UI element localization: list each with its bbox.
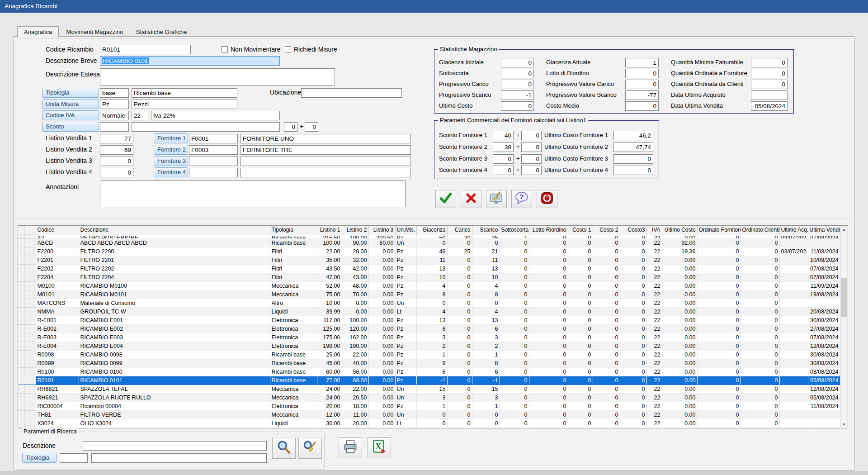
grid-cell[interactable]: 40.00	[342, 359, 368, 368]
row-header[interactable]	[18, 359, 24, 368]
fornitore1-button[interactable]: Fornitore 1	[154, 133, 188, 143]
sconto-pct1-input[interactable]: 0	[284, 122, 297, 132]
grid-cell[interactable]: RICAMBIO E003	[79, 333, 270, 342]
grid-cell[interactable]: 0.00	[662, 325, 697, 333]
grid-cell[interactable]: Liquidi	[270, 308, 317, 316]
grid-cell[interactable]: 0	[529, 351, 568, 359]
grid-cell[interactable]: 0	[620, 247, 646, 256]
ricerca-tipologia-desc-input[interactable]	[91, 453, 267, 463]
grid-cell[interactable]: 07/08/2024	[808, 265, 840, 273]
grid-cell[interactable]: 22	[646, 419, 662, 428]
row-header[interactable]	[24, 419, 36, 428]
grid-cell[interactable]: 0	[447, 351, 472, 359]
grid-cell[interactable]: 0	[500, 376, 529, 385]
grid-cell[interactable]: 0	[593, 239, 620, 247]
grid-cell[interactable]: 21	[472, 247, 500, 256]
grid-cell[interactable]: 0	[620, 308, 646, 316]
grid-cell[interactable]: 0.00	[368, 376, 395, 385]
row-header[interactable]	[18, 299, 24, 308]
grid-cell[interactable]: 19/08/2024	[808, 290, 840, 299]
grid-cell[interactable]: 100.00	[342, 234, 368, 239]
grid-cell[interactable]: 6	[416, 325, 447, 333]
grid-cell[interactable]: 0	[620, 256, 646, 265]
table-row[interactable]: R0101RICAMBIO 0101Ricambi base77.0069.00…	[18, 376, 840, 385]
grid-cell[interactable]: 45.00	[317, 359, 342, 368]
grid-cell[interactable]: 43.50	[317, 265, 342, 273]
listino4-input[interactable]: 0	[100, 168, 133, 177]
grid-cell[interactable]: Elettronica	[270, 316, 317, 325]
grid-cell[interactable]: Ricambi base	[270, 351, 317, 359]
row-header[interactable]	[18, 376, 24, 385]
qta-ordinata-clienti-input[interactable]: 0	[751, 80, 788, 89]
sconto-code-input[interactable]	[100, 122, 129, 132]
grid-cell[interactable]	[808, 419, 840, 428]
grid-cell[interactable]: 0.00	[368, 368, 395, 376]
grid-cell[interactable]: RICAMBIO M0101	[79, 290, 270, 299]
grid-cell[interactable]: 0	[741, 411, 779, 419]
codice-iva-button[interactable]: Codice IVA	[42, 110, 99, 120]
grid-cell[interactable]: 0	[741, 273, 779, 282]
row-header[interactable]	[24, 376, 36, 385]
grid-cell[interactable]: 13	[416, 265, 447, 273]
grid-cell[interactable]: 60.00	[317, 368, 342, 376]
grid-cell[interactable]: 0.00	[368, 359, 395, 368]
grid-cell[interactable]: RH6821	[36, 385, 79, 394]
grid-cell[interactable]: Filtri	[270, 256, 317, 265]
grid-cell[interactable]: 43.00	[342, 273, 368, 282]
tipologia-code-input[interactable]: base	[100, 88, 129, 98]
grid-cell[interactable]: 0.00	[662, 316, 697, 325]
richiedi-misure-checkbox[interactable]	[285, 46, 291, 52]
row-header[interactable]	[24, 247, 36, 256]
grid-cell[interactable]	[779, 394, 808, 402]
grid-cell[interactable]: 22	[646, 239, 662, 247]
grid-cell[interactable]: 39.99	[317, 308, 342, 316]
exit-button[interactable]	[537, 190, 557, 208]
progressivo-scarico-input[interactable]: -1	[501, 90, 534, 100]
grid-cell[interactable]: Elettronica	[270, 325, 317, 333]
grid-cell[interactable]: 0.00	[662, 385, 697, 394]
data-ultima-vendita-input[interactable]: 05/08/2024	[751, 101, 788, 111]
grid-cell[interactable]: 100.00	[342, 316, 368, 325]
grid-cell[interactable]: 0.00	[368, 411, 395, 419]
row-header[interactable]	[24, 325, 36, 333]
grid-cell[interactable]: 22	[646, 394, 662, 402]
grid-cell[interactable]: 0	[447, 308, 472, 316]
ricerca-tipologia-code-input[interactable]	[60, 453, 88, 463]
grid-cell[interactable]: 0.00	[368, 419, 395, 428]
grid-cell[interactable]: 35.00	[317, 256, 342, 265]
sconto-fornitore3-input[interactable]: 0	[493, 154, 514, 164]
grid-cell[interactable]: 4	[472, 308, 500, 316]
grid-cell[interactable]: 0	[500, 368, 529, 376]
grid-cell[interactable]: 15	[416, 385, 447, 394]
grid-cell[interactable]	[808, 411, 840, 419]
grid-cell[interactable]: RICAMBIO 0098	[79, 351, 270, 359]
grid-cell[interactable]: 0	[447, 402, 472, 411]
grid-cell[interactable]: 0	[500, 333, 529, 342]
grid-cell[interactable]: 0	[697, 273, 741, 282]
grid-cell[interactable]: 0	[697, 419, 741, 428]
fornitore4-code-input[interactable]	[189, 168, 238, 177]
grid-cell[interactable]: 0	[500, 402, 529, 411]
grid-cell[interactable]: Liquidi	[270, 419, 317, 428]
grid-cell[interactable]: 0	[568, 376, 593, 385]
grid-cell[interactable]	[779, 265, 808, 273]
grid-cell[interactable]: 0	[447, 411, 472, 419]
grid-cell[interactable]: 0	[416, 299, 447, 308]
grid-cell[interactable]: 47.00	[317, 273, 342, 282]
grid-cell[interactable]: 0	[593, 368, 620, 376]
unita-code-input[interactable]: Pz	[100, 100, 129, 109]
grid-cell[interactable]: 0	[500, 411, 529, 419]
grid-cell[interactable]: 0	[529, 359, 568, 368]
column-header[interactable]: Ultimo Acq.	[779, 226, 808, 234]
grid-cell[interactable]: Pz	[395, 359, 416, 368]
grid-cell[interactable]: 0	[529, 385, 568, 394]
grid-cell[interactable]: 0	[593, 316, 620, 325]
data-ultimo-acquisto-input[interactable]	[751, 90, 788, 100]
grid-cell[interactable]: 11	[472, 256, 500, 265]
table-row[interactable]: F2200FILTRO 2200Filtri22.0020.000.00Pz46…	[18, 247, 840, 256]
row-header[interactable]	[24, 385, 36, 394]
grid-cell[interactable]: Filtri	[270, 265, 317, 273]
row-header[interactable]	[24, 239, 36, 247]
grid-cell[interactable]: 0	[568, 256, 593, 265]
grid-cell[interactable]: 0.00	[368, 273, 395, 282]
